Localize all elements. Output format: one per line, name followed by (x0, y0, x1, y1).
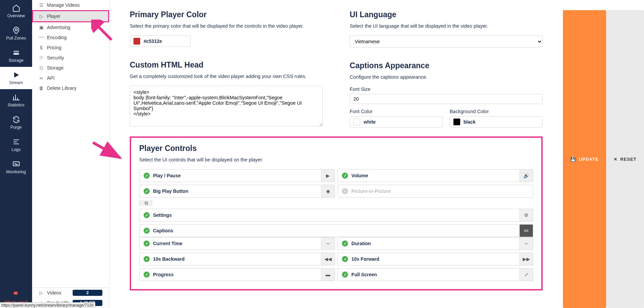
update-button[interactable]: 💾 UPDATE (563, 10, 606, 308)
rail-logs[interactable]: Logs (0, 134, 32, 156)
flag-icon (12, 290, 20, 299)
sidebar-pricing[interactable]: $Pricing (32, 43, 109, 53)
sidebar-storage[interactable]: ⌸Storage (32, 63, 109, 73)
dollar-icon: $ (39, 45, 44, 50)
custom-html-textarea[interactable] (130, 86, 323, 126)
font-size-input[interactable] (350, 94, 543, 104)
control-progress[interactable]: ✓Progress ▬ (139, 268, 335, 281)
cc-icon: CC (519, 225, 533, 237)
rail-stream[interactable]: Stream (0, 67, 32, 89)
rail-purge[interactable]: Purge (0, 111, 32, 134)
save-icon: 💾 (570, 157, 576, 162)
ui-language-title: UI Language (350, 10, 543, 19)
rail-overview[interactable]: Overview (0, 0, 32, 22)
rewind-icon: ◀◀ (321, 253, 335, 265)
player-controls-panel: Player Controls Select the UI controls t… (130, 136, 543, 290)
sidebar-delete-library[interactable]: 🗑Delete Library (32, 83, 109, 93)
rail-statistics[interactable]: Statistics (0, 89, 32, 111)
rail-pull-zones[interactable]: Pull Zones (0, 22, 32, 45)
progress-icon: ▬ (321, 268, 335, 281)
play-outline-icon: ▷ (39, 290, 44, 296)
captions-desc: Configure the captions appearance. (350, 74, 543, 80)
custom-html-title: Custom HTML Head (130, 60, 323, 70)
control-current-time[interactable]: ✓Current Time ∼ (139, 237, 335, 250)
bg-color-value: black (464, 119, 476, 125)
check-on-icon: ✓ (342, 256, 348, 262)
control-10s-backward[interactable]: ✓10s Backward ◀◀ (139, 253, 335, 265)
control-captions[interactable]: ✓Captions CC (139, 224, 533, 237)
library-sidebar: ☰Manage Videos ▷Player ▣Advertising 〰Enc… (32, 0, 109, 308)
svg-rect-2 (14, 53, 19, 55)
list-icon: ☰ (39, 2, 44, 8)
reset-button[interactable]: ✕ RESET (606, 10, 644, 308)
pip-icon: ⧉ (139, 200, 153, 206)
font-color-label: Font Color (350, 109, 443, 114)
svg-point-0 (15, 29, 17, 31)
check-on-icon: ✓ (342, 173, 348, 179)
primary-color-title: Primary Player Color (130, 10, 323, 19)
footer-videos[interactable]: ▷Videos 2 (32, 288, 109, 298)
tilde-icon: ∼ (519, 237, 533, 250)
rail-label: Overview (7, 14, 25, 18)
storage-icon (12, 49, 20, 57)
check-on-icon: ✓ (144, 256, 150, 262)
ui-language-select[interactable]: Vietnamese (350, 35, 543, 48)
primary-color-field[interactable]: #c5312e (130, 35, 191, 47)
font-color-field[interactable]: white (350, 116, 443, 128)
play-icon (12, 71, 20, 79)
pin-icon (12, 26, 20, 34)
rail-storage[interactable]: Storage (0, 45, 32, 67)
font-color-value: white (364, 119, 376, 125)
fullscreen-icon: ⤢ (519, 268, 533, 281)
control-pip[interactable]: ✓Picture-in-Picture (338, 185, 533, 198)
svg-rect-1 (14, 51, 19, 52)
videos-count-badge: 2 (73, 290, 102, 296)
control-settings[interactable]: ✓Settings ⚙ (139, 209, 533, 222)
rail-label: Storage (9, 58, 24, 63)
sidebar-player[interactable]: ▷Player (32, 10, 109, 22)
control-duration[interactable]: ✓Duration ∼ (338, 237, 533, 250)
trash-icon: 🗑 (39, 85, 44, 91)
volume-icon: 🔊 (519, 170, 533, 182)
font-size-label: Font Size (350, 86, 543, 92)
check-on-icon: ✓ (342, 240, 348, 247)
main-content: Primary Player Color Select the primary … (109, 0, 563, 308)
box-icon: ⌸ (39, 65, 44, 71)
rail-label: Monitoring (6, 170, 26, 174)
chart-icon (12, 93, 20, 101)
bg-color-field[interactable]: black (450, 116, 543, 128)
color-swatch (133, 38, 140, 45)
rail-label: Logs (11, 147, 21, 152)
check-on-icon: ✓ (144, 173, 150, 179)
rail-label: Purge (10, 125, 22, 130)
monitor-icon (12, 160, 20, 168)
sidebar-security[interactable]: ☉Security (32, 53, 109, 63)
player-controls-title: Player Controls (139, 144, 533, 153)
gear-icon: ⚙ (519, 209, 533, 221)
sidebar-encoding[interactable]: 〰Encoding (32, 32, 109, 43)
wave-icon: 〰 (39, 35, 44, 40)
primary-color-desc: Select the primary color that will be di… (130, 23, 323, 29)
play-icon: ▶ (321, 170, 335, 182)
check-on-icon: ✓ (144, 212, 150, 218)
font-color-swatch (353, 119, 360, 125)
control-volume[interactable]: ✓Volume 🔊 (338, 169, 533, 182)
control-big-play[interactable]: ✓Big Play Button ◉ (139, 185, 335, 198)
sidebar-api[interactable]: ∞API (32, 73, 109, 83)
sidebar-manage-videos[interactable]: ☰Manage Videos (32, 0, 109, 10)
refresh-icon (12, 116, 20, 124)
check-on-icon: ✓ (144, 240, 150, 247)
check-on-icon: ✓ (144, 228, 150, 234)
sidebar-advertising[interactable]: ▣Advertising (32, 22, 109, 32)
rail-monitoring[interactable]: Monitoring (0, 156, 32, 178)
control-play-pause[interactable]: ✓Play / Pause ▶ (139, 169, 335, 182)
custom-html-desc: Get a completely customized look of the … (130, 74, 323, 79)
bg-color-label: Background Color (450, 109, 543, 114)
logs-icon (12, 138, 20, 146)
home-icon (12, 4, 20, 12)
control-fullscreen[interactable]: ✓Full Screen ⤢ (338, 268, 533, 281)
player-controls-desc: Select the UI controls that will be disp… (139, 157, 533, 162)
control-10s-forward[interactable]: ✓10s Forward ▶▶ (338, 253, 533, 265)
image-icon: ▣ (39, 25, 44, 30)
check-on-icon: ✓ (144, 188, 150, 194)
